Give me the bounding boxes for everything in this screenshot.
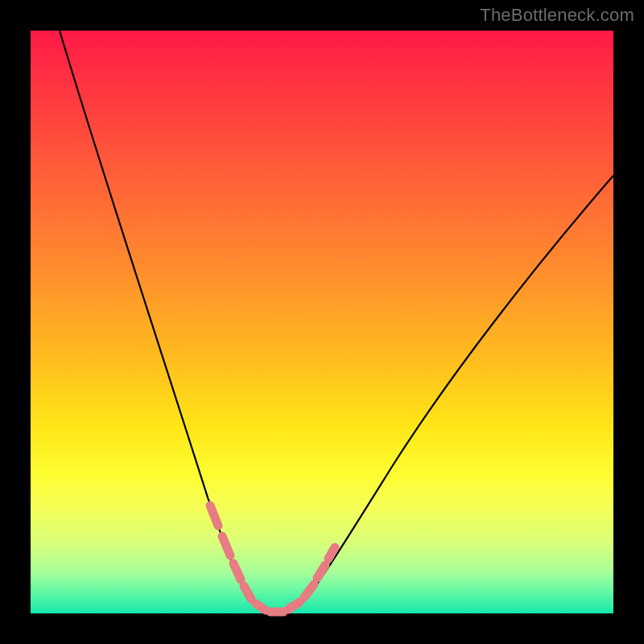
bottleneck-curve xyxy=(60,31,613,613)
chart-frame: TheBottleneck.com xyxy=(0,0,644,644)
plot-area xyxy=(31,31,613,613)
curve-svg xyxy=(31,31,613,613)
watermark-text: TheBottleneck.com xyxy=(480,5,634,26)
highlight-region xyxy=(210,506,335,612)
